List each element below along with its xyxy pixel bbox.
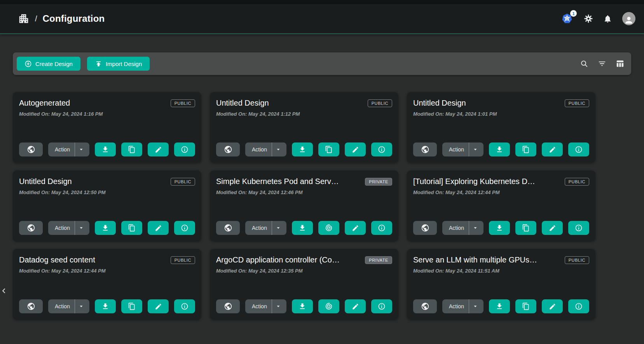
- edit-button[interactable]: [345, 142, 366, 156]
- card-action-row: Action: [216, 142, 392, 156]
- info-button[interactable]: [174, 221, 195, 235]
- action-button-label: Action: [444, 225, 469, 231]
- chevron-down-icon[interactable]: [75, 147, 87, 152]
- design-title: Datadog seed content: [19, 255, 95, 264]
- action-split-button[interactable]: Action: [245, 221, 286, 235]
- action-split-button[interactable]: Action: [442, 221, 483, 235]
- import-design-button[interactable]: Import Design: [87, 57, 150, 71]
- download-button[interactable]: [489, 142, 510, 156]
- action-split-button[interactable]: Action: [48, 299, 89, 313]
- globe-icon: [27, 224, 35, 232]
- create-design-button[interactable]: Create Design: [17, 57, 80, 71]
- chevron-down-icon[interactable]: [75, 304, 87, 309]
- visibility-badge: PUBLIC: [565, 99, 589, 107]
- clone-button[interactable]: [515, 299, 536, 313]
- visibility-globe-button[interactable]: [413, 142, 437, 156]
- chevron-down-icon[interactable]: [469, 147, 482, 152]
- design-title: Untitled Design: [413, 99, 466, 108]
- action-split-button[interactable]: Action: [245, 299, 286, 313]
- clone-button[interactable]: [515, 221, 536, 235]
- modified-date: Modified On: May 24, 2024 1:12 PM: [216, 111, 392, 117]
- download-button[interactable]: [489, 221, 510, 235]
- search-icon[interactable]: [580, 59, 588, 68]
- info-button[interactable]: [174, 142, 195, 156]
- card-action-row: Action: [413, 299, 589, 313]
- action-split-button[interactable]: Action: [245, 142, 286, 156]
- design-card: ArgoCD application controller (Co… PRIVA…: [210, 249, 398, 320]
- card-action-row: Action: [413, 221, 589, 235]
- info-button[interactable]: [371, 299, 392, 313]
- chevron-down-icon[interactable]: [272, 225, 284, 231]
- clone-button[interactable]: [318, 221, 339, 235]
- visibility-badge: PUBLIC: [171, 99, 195, 107]
- action-button-label: Action: [444, 303, 469, 309]
- info-icon: [181, 146, 188, 153]
- import-design-label: Import Design: [106, 61, 142, 67]
- globe-icon: [421, 302, 429, 311]
- edit-button[interactable]: [148, 142, 169, 156]
- download-button[interactable]: [489, 299, 510, 313]
- download-button[interactable]: [95, 142, 116, 156]
- action-split-button[interactable]: Action: [48, 142, 89, 156]
- info-button[interactable]: [568, 221, 589, 235]
- chevron-down-icon[interactable]: [469, 225, 482, 231]
- download-button[interactable]: [95, 299, 116, 313]
- pencil-icon: [155, 303, 162, 310]
- info-icon: [575, 224, 583, 232]
- action-split-button[interactable]: Action: [442, 142, 483, 156]
- chevron-down-icon[interactable]: [75, 225, 87, 231]
- visibility-globe-button[interactable]: [19, 299, 43, 313]
- visibility-globe-button[interactable]: [216, 299, 240, 313]
- settings-gear-icon[interactable]: [584, 14, 593, 23]
- edit-button[interactable]: [345, 299, 366, 313]
- action-split-button[interactable]: Action: [48, 221, 89, 235]
- edit-button[interactable]: [148, 221, 169, 235]
- download-button[interactable]: [292, 142, 313, 156]
- building-icon[interactable]: [18, 13, 30, 24]
- app-header: / Configuration 1: [0, 4, 644, 34]
- clone-button[interactable]: [121, 142, 142, 156]
- clone-button[interactable]: [318, 299, 339, 313]
- clone-button[interactable]: [318, 142, 339, 156]
- download-icon: [496, 224, 503, 232]
- design-title: Serve an LLM with multiple GPUs…: [413, 255, 537, 264]
- visibility-globe-button[interactable]: [216, 142, 240, 156]
- action-button-label: Action: [50, 303, 75, 309]
- visibility-globe-button[interactable]: [413, 299, 437, 313]
- globe-icon: [224, 302, 232, 311]
- clone-button[interactable]: [121, 221, 142, 235]
- avatar[interactable]: [622, 12, 635, 25]
- edit-button[interactable]: [542, 142, 563, 156]
- info-button[interactable]: [568, 299, 589, 313]
- info-button[interactable]: [371, 142, 392, 156]
- edit-button[interactable]: [542, 299, 563, 313]
- info-button[interactable]: [371, 221, 392, 235]
- download-button[interactable]: [95, 221, 116, 235]
- page-title: Configuration: [43, 13, 105, 24]
- action-split-button[interactable]: Action: [442, 299, 483, 313]
- create-design-label: Create Design: [35, 61, 73, 67]
- table-view-icon[interactable]: [616, 59, 624, 68]
- chevron-down-icon[interactable]: [469, 304, 482, 309]
- collapse-drawer-chevron[interactable]: [0, 285, 9, 297]
- visibility-globe-button[interactable]: [19, 221, 43, 235]
- edit-button[interactable]: [542, 221, 563, 235]
- action-button-label: Action: [247, 146, 272, 153]
- kubernetes-context-button[interactable]: 1: [560, 12, 574, 25]
- visibility-globe-button[interactable]: [413, 221, 437, 235]
- chevron-down-icon[interactable]: [272, 304, 284, 309]
- filter-icon[interactable]: [598, 59, 606, 68]
- clone-button[interactable]: [515, 142, 536, 156]
- download-button[interactable]: [292, 221, 313, 235]
- notifications-bell-icon[interactable]: [603, 14, 612, 23]
- edit-button[interactable]: [345, 221, 366, 235]
- clone-button[interactable]: [121, 299, 142, 313]
- visibility-globe-button[interactable]: [216, 221, 240, 235]
- visibility-globe-button[interactable]: [19, 142, 43, 156]
- download-button[interactable]: [292, 299, 313, 313]
- edit-button[interactable]: [148, 299, 169, 313]
- info-button[interactable]: [174, 299, 195, 313]
- info-button[interactable]: [568, 142, 589, 156]
- design-card: [Tutorial] Exploring Kubernetes D… PUBLI…: [407, 170, 595, 241]
- chevron-down-icon[interactable]: [272, 147, 284, 152]
